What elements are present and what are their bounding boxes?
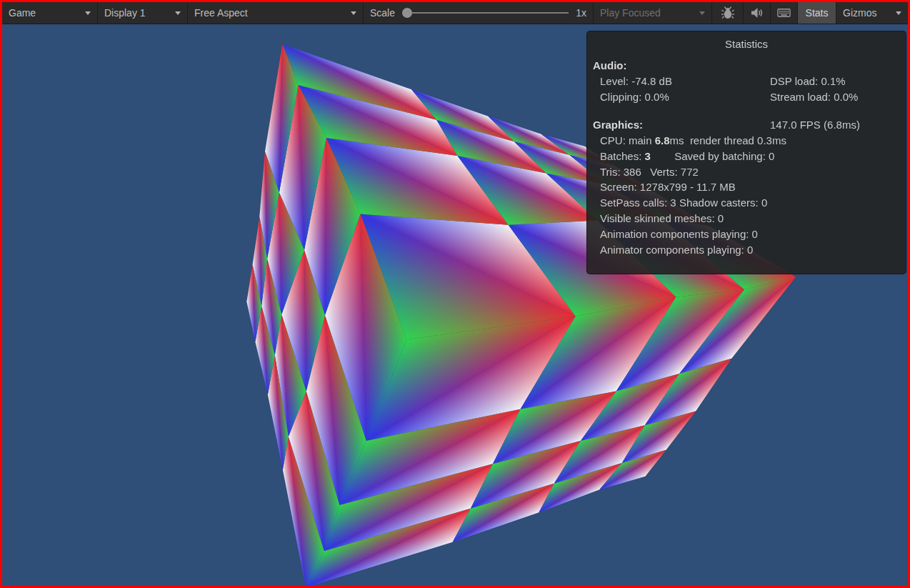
scale-value: 1x <box>576 7 586 19</box>
debug-bug-button[interactable] <box>712 2 744 24</box>
chevron-down-icon <box>699 11 705 15</box>
animation-line: Animation components playing: 0 <box>600 226 906 242</box>
gizmos-label: Gizmos <box>843 7 876 19</box>
mute-audio-button[interactable] <box>744 2 771 24</box>
chevron-down-icon <box>85 11 91 15</box>
section-gap <box>587 105 906 117</box>
game-tab-dropdown[interactable]: Game <box>2 2 98 24</box>
scale-control: Scale 1x <box>364 2 594 24</box>
animator-line: Animator components playing: 0 <box>600 242 906 258</box>
scale-slider-track[interactable] <box>402 12 569 14</box>
batches-line: Batches: 3 Saved by batching: 0 <box>600 149 906 164</box>
statistics-title: Statistics <box>587 31 906 58</box>
setpass-line: SetPass calls: 3 Shadow casters: 0 <box>600 195 906 211</box>
gizmos-dropdown[interactable]: Gizmos <box>836 2 908 24</box>
stats-toggle-button[interactable]: Stats <box>798 2 836 24</box>
screen-line: Screen: 1278x799 - 11.7 MB <box>600 179 906 195</box>
game-viewport: Statistics Audio: Level: -74.8 dB DSP lo… <box>2 24 908 587</box>
graphics-heading-row: Graphics: 147.0 FPS (6.8ms) <box>587 117 906 133</box>
keyboard-shortcuts-button[interactable] <box>771 2 798 24</box>
display-dropdown[interactable]: Display 1 <box>98 2 188 24</box>
game-view-toolbar: Game Display 1 Free Aspect Scale 1x Play… <box>2 2 908 24</box>
graphics-section-heading: Graphics: <box>587 117 643 133</box>
statistics-panel: Statistics Audio: Level: -74.8 dB DSP lo… <box>586 31 906 274</box>
audio-level: Level: -74.8 dB <box>600 74 770 89</box>
unity-game-view: Game Display 1 Free Aspect Scale 1x Play… <box>0 0 910 588</box>
audio-dsp-load: DSP load: 0.1% <box>770 74 906 89</box>
cpu-line: CPU: main 6.8ms render thread 0.3ms <box>600 133 906 149</box>
skinned-meshes-line: Visible skinned meshes: 0 <box>600 211 906 226</box>
play-focused-label: Play Focused <box>600 7 661 19</box>
game-tab-label: Game <box>9 7 36 19</box>
stats-button-label: Stats <box>806 7 829 19</box>
audio-clipping: Clipping: 0.0% <box>600 89 770 105</box>
audio-section-heading: Audio: <box>587 58 906 74</box>
fps-value: 147.0 FPS (6.8ms) <box>770 117 860 133</box>
play-focused-dropdown[interactable]: Play Focused <box>594 2 712 24</box>
chevron-down-icon <box>175 11 181 15</box>
aspect-ratio-label: Free Aspect <box>194 7 248 19</box>
keyboard-icon <box>777 6 791 19</box>
chevron-down-icon <box>351 11 356 15</box>
chevron-down-icon <box>896 11 901 15</box>
scale-slider-knob[interactable] <box>402 8 412 18</box>
aspect-ratio-dropdown[interactable]: Free Aspect <box>188 2 364 24</box>
audio-stream-load: Stream load: 0.0% <box>770 89 906 105</box>
scale-slider[interactable] <box>402 8 569 18</box>
speaker-icon <box>750 6 764 19</box>
audio-stats-grid: Level: -74.8 dB DSP load: 0.1% Clipping:… <box>600 74 906 105</box>
display-dropdown-label: Display 1 <box>104 7 146 19</box>
bug-icon <box>721 6 735 20</box>
scale-label: Scale <box>370 7 395 19</box>
tris-verts-line: Tris: 386 Verts: 772 <box>600 164 906 180</box>
